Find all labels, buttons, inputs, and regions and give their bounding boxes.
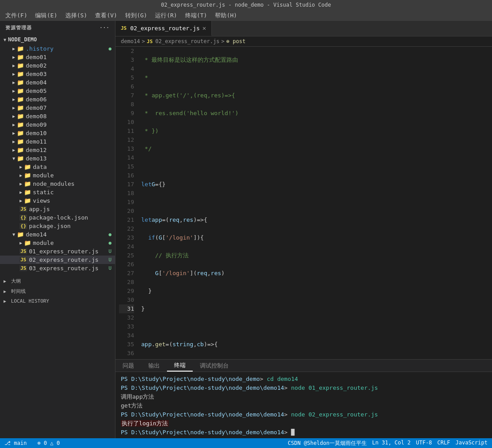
code-editor[interactable]: 234567 8910111213 141516171819 202122232… — [115, 47, 492, 359]
menu-view[interactable]: 查看(V) — [91, 11, 120, 20]
tab-debug-console[interactable]: 调试控制台 — [193, 360, 236, 372]
sidebar-item-demo09[interactable]: ▶📁demo09 — [0, 120, 115, 129]
sidebar-item-demo02[interactable]: ▶📁demo02 — [0, 61, 115, 70]
editor-area: JS 02_express_router.js ✕ demo14 > JS 02… — [115, 21, 492, 448]
tab-output[interactable]: 输出 — [141, 360, 167, 372]
terminal-line: 执行了login方法 — [121, 419, 487, 428]
statusbar-encoding[interactable]: UTF-8 — [416, 440, 432, 447]
modified-badge: ● — [108, 46, 111, 52]
chevron-right-icon: ▶ — [12, 46, 15, 51]
menubar: 文件(F) 编辑(E) 选择(S) 查看(V) 转到(G) 运行(R) 终端(T… — [0, 10, 492, 21]
breadcrumb-symbol[interactable]: ⊕ post — [226, 38, 246, 44]
sidebar-item-module13[interactable]: ▶📁module — [0, 171, 115, 180]
titlebar: 02_express_router.js - node_demo - Visua… — [0, 0, 492, 10]
terminal-line: get方法 — [121, 401, 487, 410]
tab-close-icon[interactable]: ✕ — [202, 24, 206, 32]
sidebar-item-demo13[interactable]: ▼📁demo13 — [0, 154, 115, 163]
main-container: 资源管理器 ··· ▼ NODE_DEMO ▶ 📁 .history ● ▶📁d… — [0, 21, 492, 448]
sidebar-outline[interactable]: ▶ 大纲 — [0, 276, 115, 286]
statusbar-csdn: CSDN @Sheldon一莫烟雨任平生 — [288, 440, 367, 447]
sidebar-item-demo11[interactable]: ▶📁demo11 — [0, 137, 115, 146]
sidebar-root[interactable]: ▼ NODE_DEMO — [0, 35, 115, 44]
sidebar: 资源管理器 ··· ▼ NODE_DEMO ▶ 📁 .history ● ▶📁d… — [0, 21, 115, 448]
sidebar-item-demo14[interactable]: ▼📁demo14● — [0, 230, 115, 239]
terminal-line: PS D:\Study\Project\node-study\node_demo… — [121, 375, 487, 384]
terminal-line: PS D:\Study\Project\node-study\node_demo… — [121, 410, 487, 419]
terminal-line: 调用app方法 — [121, 392, 487, 401]
menu-goto[interactable]: 转到(G) — [122, 11, 151, 20]
root-label: NODE_DEMO — [8, 36, 37, 43]
sidebar-item-02router[interactable]: JS02_express_router.jsU — [0, 256, 115, 264]
window-title: 02_express_router.js - node_demo - Visua… — [4, 2, 488, 8]
sidebar-item-demo08[interactable]: ▶📁demo08 — [0, 112, 115, 120]
sidebar-bottom: ▶ 大纲 ▶ 时间线 ▶ LOCAL HISTORY — [0, 276, 115, 306]
sidebar-item-static[interactable]: ▶📁static — [0, 188, 115, 196]
sidebar-item-demo12[interactable]: ▶📁demo12 — [0, 146, 115, 154]
sidebar-item-appjs[interactable]: JSapp.js — [0, 205, 115, 213]
sidebar-item-demo04[interactable]: ▶📁demo04 — [0, 78, 115, 87]
folder-icon: 📁 — [17, 45, 24, 52]
tab-problems[interactable]: 问题 — [115, 360, 141, 372]
terminal-line: PS D:\Study\Project\node-study\node_demo… — [121, 428, 487, 437]
sidebar-item-node-modules[interactable]: ▶📁node_modules — [0, 180, 115, 188]
sidebar-item-module14[interactable]: ▶📁module● — [0, 239, 115, 247]
sidebar-item-01router[interactable]: JS01_express_router.jsU — [0, 247, 115, 256]
sidebar-item-package[interactable]: {}package.json — [0, 222, 115, 230]
statusbar-eol[interactable]: CRLF — [437, 440, 450, 447]
sidebar-local-history[interactable]: ▶ LOCAL HISTORY — [0, 296, 115, 306]
sidebar-more-icon[interactable]: ··· — [99, 25, 110, 31]
sidebar-item-history[interactable]: ▶ 📁 .history ● — [0, 44, 115, 53]
sidebar-timeline[interactable]: ▶ 时间线 — [0, 286, 115, 296]
sidebar-item-demo07[interactable]: ▶📁demo07 — [0, 104, 115, 112]
menu-select[interactable]: 选择(S) — [62, 11, 91, 20]
breadcrumb-demo14[interactable]: demo14 — [121, 38, 140, 44]
terminal-line: PS D:\Study\Project\node-study\node_demo… — [121, 384, 487, 392]
menu-terminal[interactable]: 终端(T) — [182, 11, 210, 20]
tab-02router[interactable]: JS 02_express_router.js ✕ — [115, 21, 212, 36]
statusbar-ln-col[interactable]: Ln 31, Col 2 — [372, 440, 411, 447]
menu-run[interactable]: 运行(R) — [151, 11, 180, 20]
tab-terminal[interactable]: 终端 — [167, 360, 193, 372]
terminal-content[interactable]: PS D:\Study\Project\node-study\node_demo… — [115, 372, 492, 448]
menu-file[interactable]: 文件(F) — [2, 11, 31, 20]
tab-label: 02_express_router.js — [130, 25, 200, 32]
tabbar: JS 02_express_router.js ✕ — [115, 21, 492, 36]
statusbar: ⎇ main ⊗ 0 △ 0 CSDN @Sheldon一莫烟雨任平生 Ln 3… — [0, 438, 492, 448]
sidebar-item-demo01[interactable]: ▶📁demo01 — [0, 53, 115, 61]
statusbar-branch[interactable]: ⎇ main — [4, 440, 27, 446]
sidebar-title: 资源管理器 — [5, 24, 32, 31]
statusbar-errors[interactable]: ⊗ 0 △ 0 — [37, 440, 60, 446]
item-label: .history — [26, 45, 54, 52]
sidebar-item-demo10[interactable]: ▶📁demo10 — [0, 129, 115, 137]
sidebar-item-data[interactable]: ▶📁data — [0, 163, 115, 171]
sidebar-item-demo03[interactable]: ▶📁demo03 — [0, 70, 115, 78]
sidebar-item-demo05[interactable]: ▶📁demo05 — [0, 87, 115, 95]
sidebar-item-views[interactable]: ▶📁views — [0, 196, 115, 205]
folder-icon: 📁 — [17, 54, 24, 60]
line-numbers: 234567 8910111213 141516171819 202122232… — [115, 47, 138, 359]
menu-help[interactable]: 帮助(H) — [211, 11, 240, 20]
chevron-right-icon: ▶ — [12, 55, 15, 60]
terminal-panel: 问题 输出 终端 调试控制台 PS D:\Study\Project\node-… — [115, 359, 492, 448]
sidebar-item-demo06[interactable]: ▶📁demo06 — [0, 95, 115, 104]
sidebar-header: 资源管理器 ··· — [0, 21, 115, 35]
terminal-tabs: 问题 输出 终端 调试控制台 — [115, 360, 492, 372]
chevron-down-icon: ▼ — [4, 37, 6, 42]
statusbar-language[interactable]: JavaScript — [456, 440, 488, 447]
breadcrumb-file[interactable]: 02_express_router.js — [155, 38, 220, 44]
menu-edit[interactable]: 编辑(E) — [32, 11, 60, 20]
sidebar-item-package-lock[interactable]: {}package-lock.json — [0, 213, 115, 222]
code-content[interactable]: * 最终目标是以这样的方式配置路由 * * app.get('/',(req,r… — [138, 47, 492, 359]
sidebar-item-03router[interactable]: JS03_express_router.jsU — [0, 264, 115, 272]
statusbar-right: CSDN @Sheldon一莫烟雨任平生 Ln 31, Col 2 UTF-8 … — [288, 440, 488, 447]
breadcrumb: demo14 > JS 02_express_router.js > ⊕ pos… — [115, 36, 492, 47]
